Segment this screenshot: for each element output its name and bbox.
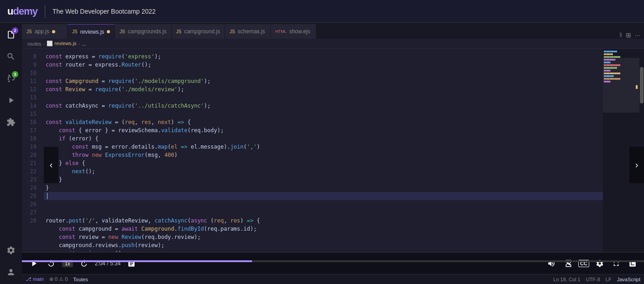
progress-bar[interactable]	[22, 260, 644, 262]
ln-8: 8	[33, 52, 37, 61]
tab-bar: JS app.js JS reviews.js JS campgrounds.j…	[22, 23, 644, 39]
extensions-icon[interactable]	[3, 114, 19, 130]
breadcrumb-current: ...	[82, 41, 86, 46]
activity-bar-bottom	[3, 242, 19, 280]
ln-24: 24	[30, 184, 37, 192]
ln-18: 18	[30, 134, 37, 143]
tab-show-ejs[interactable]: HTML show.ejs	[271, 24, 316, 39]
tab-app-js[interactable]: JS app.js	[22, 24, 68, 39]
code-line-29: const campground = await Campground.find…	[44, 225, 603, 233]
video-wrapper: JS app.js JS reviews.js JS campgrounds.j…	[22, 23, 644, 284]
code-line-27	[44, 208, 603, 217]
tab-label-show-ejs: show.ejs	[289, 28, 310, 35]
ln-13: 13	[30, 93, 37, 102]
forward-button[interactable]	[78, 257, 90, 270]
code-line-9: const router = express.Router();	[44, 61, 603, 69]
status-cursor: Ln 18, Col 1	[553, 277, 580, 282]
nav-next-button[interactable]: ›	[629, 147, 644, 183]
code-line-30: const review = new Review(req.body.revie…	[44, 233, 603, 241]
play-button[interactable]	[27, 257, 40, 270]
user-avatar[interactable]	[3, 264, 19, 280]
ln-9: 9	[33, 61, 37, 69]
js-icon-campground: JS	[176, 29, 182, 34]
files-icon[interactable]: 2	[3, 26, 19, 43]
run-icon[interactable]	[3, 92, 19, 108]
code-line-24: }	[44, 184, 603, 192]
source-control-badge: 3	[12, 71, 18, 77]
source-control-icon[interactable]: 3	[3, 70, 19, 87]
code-line-21: } else {	[44, 159, 603, 167]
code-line-10	[44, 69, 603, 77]
code-line-20: throw new ExpressError(msg, 400)	[44, 151, 603, 159]
code-line-32: await review.save();	[44, 249, 603, 252]
ln-11: 11	[30, 77, 37, 85]
code-line-26	[44, 200, 603, 208]
js-icon-reviews: JS	[72, 29, 78, 34]
code-line-19: const msg = error.details.map(el => el.m…	[44, 143, 603, 151]
activity-bar: 2 3	[0, 23, 22, 284]
transcript-notes-button[interactable]	[125, 257, 138, 270]
code-container: 8 9 10 11 12 13 14 15 16 17 18 19 20 21 …	[22, 49, 644, 252]
code-line-13	[44, 93, 603, 102]
code-line-23: }	[44, 176, 603, 184]
search-icon[interactable]	[3, 48, 19, 65]
ln-21: 21	[30, 159, 37, 167]
tab-bar-actions: ⫴ ⊞ ···	[616, 31, 644, 39]
code-line-12: const Review = require('./models/review'…	[44, 85, 603, 93]
settings-icon[interactable]	[3, 242, 19, 258]
status-errors: ⊗ 0 ⚠ 0	[49, 276, 68, 282]
ln-10: 10	[30, 69, 37, 77]
chevron-right-icon: ›	[635, 160, 639, 170]
tab-more-icon[interactable]: ···	[635, 31, 640, 39]
breadcrumb-sep2: ›	[79, 41, 80, 46]
ln-14: 14	[30, 102, 37, 110]
tab-label-app-js: app.js	[35, 28, 49, 35]
udemy-logo: udemy	[7, 5, 37, 17]
editor-area: JS app.js JS reviews.js JS campgrounds.j…	[22, 23, 644, 252]
code-line-22: next();	[44, 167, 603, 176]
main-area: 2 3	[0, 23, 644, 284]
replay-button[interactable]	[45, 257, 58, 270]
code-line-16: const validateReview = (req, res, next) …	[44, 118, 603, 126]
ln-15: 15	[30, 110, 37, 118]
minimap-highlight	[636, 85, 638, 89]
breadcrumb-sep1: ›	[43, 41, 45, 46]
line-numbers: 8 9 10 11 12 13 14 15 16 17 18 19 20 21 …	[22, 49, 40, 252]
tab-reviews-js[interactable]: JS reviews.js	[68, 24, 115, 39]
status-line-ending: LF	[606, 277, 612, 282]
top-bar: udemy The Web Developer Bootcamp 2022	[0, 0, 644, 23]
breadcrumb-file[interactable]: ⬜ reviews.js	[47, 41, 76, 46]
breadcrumb-routes[interactable]: routes	[27, 41, 42, 46]
course-title: The Web Developer Bootcamp 2022	[52, 8, 156, 15]
code-line-11: const Campground = require('./models/cam…	[44, 77, 603, 85]
code-line-31: campground.reviews.push(review);	[44, 241, 603, 249]
code-line-18: if (error) {	[44, 134, 603, 143]
tab-layout-icon[interactable]: ⊞	[626, 31, 631, 39]
status-toutes[interactable]: Toutes	[73, 277, 88, 282]
status-encoding: UTF-8	[586, 277, 600, 282]
tab-campground-js[interactable]: JS campground.js	[172, 24, 225, 39]
tab-schemas-js[interactable]: JS schemas.js	[225, 24, 271, 39]
js-icon-campgrounds: JS	[120, 29, 125, 34]
tab-label-reviews-js: reviews.js	[80, 29, 105, 35]
ln-22: 22	[30, 167, 37, 176]
ln-25: 25	[30, 192, 37, 200]
status-language[interactable]: JavaScript	[617, 277, 640, 282]
tab-dirty-dot	[52, 30, 55, 33]
tab-label-schemas-js: schemas.js	[238, 28, 265, 35]
ln-17: 17	[30, 126, 37, 134]
video-controls: 1x 2:04 / 5:34 CC	[22, 252, 644, 274]
code-line-8: const express = require('express');	[44, 52, 603, 61]
scrollbar-thumb[interactable]	[640, 67, 644, 103]
tab-label-campground-js: campground.js	[184, 28, 220, 35]
nav-prev-button[interactable]: ‹	[44, 147, 58, 183]
status-bar: ⎇ main ⊗ 0 ⚠ 0 Toutes Ln 18, Col 1 UTF-8…	[22, 274, 644, 284]
ln-26: 26	[30, 200, 37, 208]
code-line-17: const { error } = reviewSchema.validate(…	[44, 126, 603, 134]
ln-16: 16	[30, 118, 37, 126]
code-line-15	[44, 110, 603, 118]
tab-campgrounds-js[interactable]: JS campgrounds.js	[115, 24, 171, 39]
code-content: const express = require('express'); cons…	[40, 49, 603, 252]
ln-28: 28	[30, 217, 37, 225]
tab-split-icon[interactable]: ⫴	[619, 31, 622, 39]
